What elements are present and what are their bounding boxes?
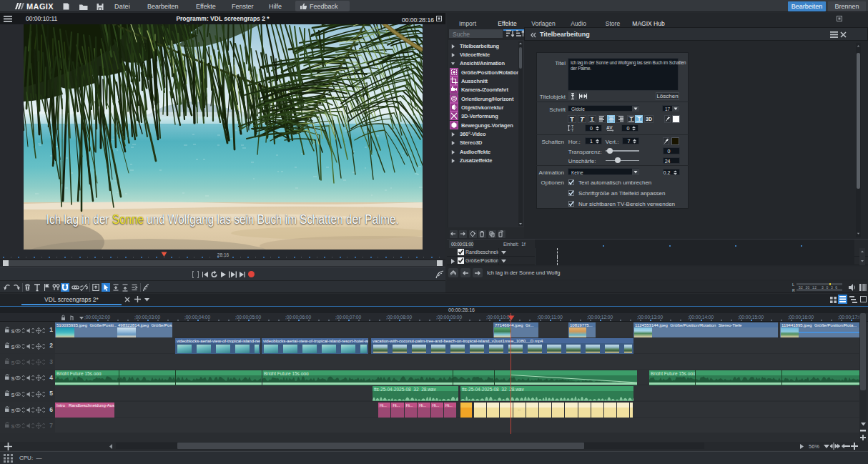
svg-text:T: T xyxy=(580,116,585,122)
svg-text:S: S xyxy=(11,375,15,382)
svg-text:T: T xyxy=(630,117,633,122)
svg-text:T: T xyxy=(570,116,574,122)
svg-text:T: T xyxy=(591,117,593,122)
svg-text:S: S xyxy=(11,408,15,414)
svg-text:S: S xyxy=(11,327,15,334)
svg-text:T: T xyxy=(571,128,574,132)
svg-text:S: S xyxy=(11,343,15,350)
svg-text:AV: AV xyxy=(606,125,613,130)
svg-text:S: S xyxy=(11,423,15,430)
svg-text:MAGIX: MAGIX xyxy=(26,2,54,11)
svg-text:S: S xyxy=(11,360,15,366)
svg-text:T: T xyxy=(638,117,641,122)
svg-text:S: S xyxy=(11,391,15,398)
